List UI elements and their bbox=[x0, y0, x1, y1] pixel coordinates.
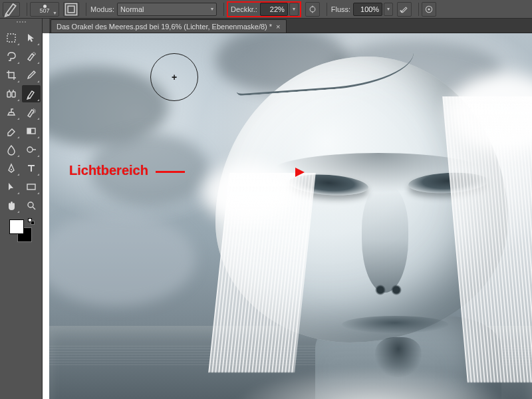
opacity-group-highlighted: Deckkr.: ▾ bbox=[227, 1, 301, 17]
document-tab-bar: Das Orakel des Meeres.psd bei 19,6% (Lic… bbox=[49, 19, 532, 33]
brush-panel-toggle[interactable] bbox=[63, 2, 79, 17]
default-colors-icon[interactable] bbox=[28, 218, 35, 225]
svg-point-8 bbox=[33, 53, 35, 55]
airbrush-toggle[interactable] bbox=[397, 2, 412, 17]
pressure-size-toggle[interactable] bbox=[422, 2, 436, 17]
tool-clone-stamp[interactable] bbox=[2, 104, 21, 121]
tool-gradient[interactable] bbox=[22, 122, 41, 140]
document-tab[interactable]: Das Orakel des Meeres.psd bei 19,6% (Lic… bbox=[51, 19, 287, 33]
svg-rect-0 bbox=[65, 3, 76, 15]
tool-zoom[interactable] bbox=[22, 197, 41, 214]
tool-type[interactable] bbox=[22, 160, 41, 177]
tool-eyedropper[interactable] bbox=[22, 66, 41, 84]
options-bar: 507 ▼ Modus: Normal ▾ Deckkr.: ▾ Fluss: … bbox=[0, 0, 532, 19]
flow-label: Fluss: bbox=[331, 5, 350, 13]
svg-point-14 bbox=[11, 169, 12, 170]
tools-panel bbox=[0, 19, 43, 399]
canvas-viewport[interactable]: + Lichtbereich bbox=[49, 33, 532, 399]
tool-marquee-rectangle[interactable] bbox=[2, 29, 21, 47]
svg-point-16 bbox=[28, 202, 33, 207]
tool-dodge[interactable] bbox=[22, 141, 41, 158]
brush-size-value: 507 bbox=[39, 8, 49, 14]
tool-crop[interactable] bbox=[2, 66, 21, 84]
flow-input[interactable] bbox=[353, 3, 382, 16]
blend-mode-dropdown[interactable]: Normal ▾ bbox=[117, 3, 217, 16]
foreground-color-swatch[interactable] bbox=[9, 219, 24, 234]
tool-history-brush[interactable] bbox=[22, 104, 41, 121]
svg-rect-1 bbox=[68, 6, 74, 13]
blend-mode-value: Normal bbox=[120, 5, 144, 13]
color-swatches[interactable] bbox=[9, 219, 32, 242]
chevron-down-icon: ▾ bbox=[211, 6, 213, 12]
tool-blur[interactable] bbox=[2, 141, 21, 158]
svg-rect-10 bbox=[12, 92, 15, 97]
svg-point-6 bbox=[428, 8, 430, 10]
opacity-input[interactable] bbox=[260, 3, 288, 16]
tool-brush[interactable] bbox=[22, 85, 41, 102]
svg-rect-7 bbox=[7, 34, 15, 42]
opacity-dropdown[interactable]: ▾ bbox=[289, 3, 299, 16]
panel-grip[interactable] bbox=[0, 21, 42, 27]
blend-mode-label: Modus: bbox=[90, 5, 114, 13]
annotation-label: Lichtbereich bbox=[69, 163, 148, 178]
flow-group: Fluss: ▾ bbox=[330, 2, 393, 17]
active-tool-indicator[interactable] bbox=[3, 2, 20, 17]
svg-rect-9 bbox=[7, 92, 11, 97]
tool-pen[interactable] bbox=[2, 160, 21, 177]
composited-head bbox=[189, 37, 532, 399]
annotation-arrow-icon bbox=[156, 168, 196, 177]
document-tab-title: Das Orakel des Meeres.psd bei 19,6% (Lic… bbox=[57, 23, 272, 31]
tool-move[interactable] bbox=[22, 29, 41, 47]
tool-quick-selection[interactable] bbox=[22, 48, 41, 65]
tool-spot-healing-brush[interactable] bbox=[2, 85, 21, 102]
tool-hand[interactable] bbox=[2, 197, 21, 214]
svg-point-13 bbox=[27, 147, 33, 152]
document-canvas[interactable]: + Lichtbereich bbox=[49, 33, 532, 399]
crosshair-icon: + bbox=[172, 72, 177, 82]
tool-path-selection[interactable] bbox=[2, 178, 21, 196]
chevron-down-icon: ▾ bbox=[387, 6, 390, 12]
flow-dropdown[interactable]: ▾ bbox=[384, 3, 393, 16]
tool-rectangle-shape[interactable] bbox=[22, 178, 41, 196]
brush-preset-picker[interactable]: 507 ▼ bbox=[30, 2, 59, 17]
vertical-ruler bbox=[43, 33, 49, 399]
brush-cursor: + bbox=[150, 53, 198, 101]
close-icon[interactable]: × bbox=[276, 23, 280, 31]
svg-point-2 bbox=[310, 7, 315, 12]
chevron-down-icon: ▼ bbox=[53, 11, 57, 15]
tool-eraser[interactable] bbox=[2, 122, 21, 140]
svg-rect-15 bbox=[27, 184, 35, 190]
blend-mode-group: Modus: Normal ▾ bbox=[89, 2, 217, 17]
chevron-down-icon: ▾ bbox=[293, 6, 295, 12]
svg-point-3 bbox=[401, 11, 402, 13]
opacity-label: Deckkr.: bbox=[231, 5, 257, 13]
tool-lasso[interactable] bbox=[2, 48, 21, 65]
svg-rect-12 bbox=[27, 128, 31, 134]
svg-point-4 bbox=[400, 10, 401, 11]
pressure-opacity-toggle[interactable] bbox=[305, 2, 320, 17]
